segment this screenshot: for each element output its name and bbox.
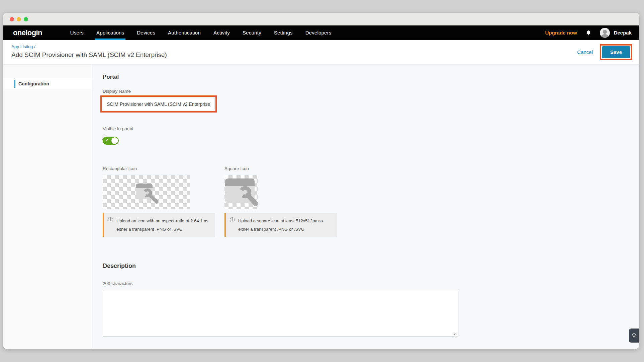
user-name: Deepak xyxy=(614,30,632,35)
nav-item-devices[interactable]: Devices xyxy=(137,25,155,40)
nav-items: Users Applications Devices Authenticatio… xyxy=(70,25,332,40)
display-name-label: Display Name xyxy=(103,89,639,94)
nav-item-security[interactable]: Security xyxy=(243,25,261,40)
rectangular-icon-info-text: Upload an icon with an aspect-ratio of 2… xyxy=(116,217,211,233)
page-title: Add SCIM Provisioner with SAML (SCIM v2 … xyxy=(11,51,639,59)
info-circle-icon: i xyxy=(108,217,113,222)
zoom-window-icon[interactable] xyxy=(24,17,28,21)
square-icon-section: Square Icon xyxy=(224,166,337,237)
page-body: Configuration Portal Display Name Visibl… xyxy=(3,65,639,349)
square-icon-info: i Upload a square icon at least 512x512p… xyxy=(224,213,337,237)
minimize-window-icon[interactable] xyxy=(17,17,21,21)
notification-bell-icon[interactable] xyxy=(585,29,592,37)
display-name-input[interactable] xyxy=(103,98,214,110)
desktop-background: onelogin Users Applications Devices Auth… xyxy=(0,0,644,362)
square-icon-info-text: Upload a square icon at least 512x512px … xyxy=(238,217,333,233)
icon-upload-row: Rectangular Icon xyxy=(103,166,639,237)
square-icon-preview[interactable] xyxy=(224,175,258,209)
save-button[interactable]: Save xyxy=(602,46,630,58)
cancel-button[interactable]: Cancel xyxy=(577,49,593,55)
main-content: Portal Display Name Visible in portal ✓ xyxy=(92,65,639,349)
info-circle-icon: i xyxy=(230,217,235,222)
visible-in-portal-toggle[interactable]: ✓ xyxy=(103,137,119,145)
window-titlebar xyxy=(3,13,639,25)
navbar-right-group: Upgrade now Deepak xyxy=(545,25,632,40)
rectangular-icon-section: Rectangular Icon xyxy=(103,166,215,237)
visible-in-portal-toggle-wrap: ✓ xyxy=(103,137,119,145)
header-actions: Cancel Save xyxy=(577,40,632,64)
description-heading: Description xyxy=(103,263,639,270)
rectangular-icon-preview[interactable] xyxy=(103,175,190,209)
nav-item-applications[interactable]: Applications xyxy=(96,25,124,40)
sidebar-item-label: Configuration xyxy=(18,81,49,86)
nav-item-settings[interactable]: Settings xyxy=(274,25,293,40)
display-name-annotation-highlight xyxy=(100,95,217,113)
app-wrench-placeholder-icon xyxy=(224,175,258,209)
app-window: onelogin Users Applications Devices Auth… xyxy=(3,13,639,349)
onelogin-logo[interactable]: onelogin xyxy=(13,28,42,37)
page-header: App Listing / Add SCIM Provisioner with … xyxy=(3,40,639,65)
close-window-icon[interactable] xyxy=(10,17,14,21)
save-annotation-highlight: Save xyxy=(600,44,632,60)
nav-item-users[interactable]: Users xyxy=(70,25,84,40)
sidebar: Configuration xyxy=(3,65,92,349)
toggle-check-icon: ✓ xyxy=(105,138,109,143)
rectangular-icon-label: Rectangular Icon xyxy=(103,166,215,171)
help-lightbulb-icon xyxy=(631,332,637,339)
toggle-knob[interactable] xyxy=(111,137,118,144)
square-icon-label: Square Icon xyxy=(224,166,337,171)
active-indicator xyxy=(14,80,15,88)
breadcrumb[interactable]: App Listing / xyxy=(11,44,35,49)
description-textarea[interactable] xyxy=(103,290,458,337)
upgrade-now-link[interactable]: Upgrade now xyxy=(545,30,577,35)
user-menu[interactable]: Deepak xyxy=(600,28,632,38)
app-wrench-placeholder-icon xyxy=(133,179,160,205)
top-navbar: onelogin Users Applications Devices Auth… xyxy=(3,25,639,40)
user-avatar xyxy=(600,28,610,38)
visible-in-portal-label: Visible in portal xyxy=(103,126,639,131)
character-counter: 200 characters xyxy=(103,281,639,286)
sidebar-item-configuration[interactable]: Configuration xyxy=(3,78,92,89)
nav-item-developers[interactable]: Developers xyxy=(305,25,332,40)
rectangular-icon-info: i Upload an icon with an aspect-ratio of… xyxy=(103,213,215,237)
description-textarea-wrap xyxy=(103,290,458,338)
nav-item-activity[interactable]: Activity xyxy=(213,25,230,40)
nav-item-authentication[interactable]: Authentication xyxy=(168,25,201,40)
portal-heading: Portal xyxy=(103,74,639,80)
help-tab[interactable] xyxy=(629,329,639,343)
